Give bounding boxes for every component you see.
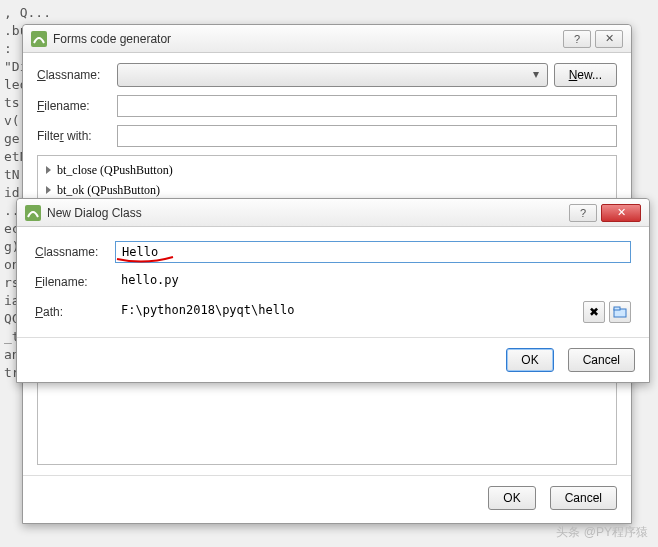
help-button[interactable]: ? [569, 204, 597, 222]
classname-combo[interactable] [117, 63, 548, 87]
help-button[interactable]: ? [563, 30, 591, 48]
new-button[interactable]: New... [554, 63, 617, 87]
filename-label: Filename: [37, 99, 117, 113]
list-item[interactable]: bt_ok (QPushButton) [46, 180, 608, 200]
filename-value: hello.py [115, 271, 631, 293]
filter-label: Filter with: [37, 129, 117, 143]
close-button[interactable]: ✕ [601, 204, 641, 222]
clear-icon: ✖ [589, 305, 599, 319]
list-item[interactable]: bt_close (QPushButton) [46, 160, 608, 180]
titlebar[interactable]: Forms code generator ? ✕ [23, 25, 631, 53]
path-value: F:\python2018\pyqt\hello [115, 301, 579, 323]
filename-input[interactable] [117, 95, 617, 117]
expand-icon [46, 166, 51, 174]
ok-button[interactable]: OK [506, 348, 553, 372]
new-dialog-class-window: New Dialog Class ? ✕ Classname: Filename… [16, 198, 650, 383]
cancel-button[interactable]: Cancel [550, 486, 617, 510]
browse-path-button[interactable] [609, 301, 631, 323]
app-icon [25, 205, 41, 221]
window-title: Forms code generator [53, 32, 563, 46]
svg-rect-3 [614, 307, 620, 310]
close-button[interactable]: ✕ [595, 30, 623, 48]
expand-icon [46, 186, 51, 194]
ok-button[interactable]: OK [488, 486, 535, 510]
classname-input[interactable] [115, 241, 631, 263]
classname-label: Classname: [35, 245, 115, 259]
classname-label: Classname: [37, 68, 117, 82]
path-label: Path: [35, 305, 115, 319]
app-icon [31, 31, 47, 47]
clear-path-button[interactable]: ✖ [583, 301, 605, 323]
window-title: New Dialog Class [47, 206, 569, 220]
folder-open-icon [613, 306, 627, 318]
dialog-footer: OK Cancel [17, 337, 649, 382]
dialog-footer: OK Cancel [23, 475, 631, 520]
watermark: 头条 @PY程序猿 [556, 524, 648, 541]
cancel-button[interactable]: Cancel [568, 348, 635, 372]
filter-input[interactable] [117, 125, 617, 147]
titlebar[interactable]: New Dialog Class ? ✕ [17, 199, 649, 227]
filename-label: Filename: [35, 275, 115, 289]
